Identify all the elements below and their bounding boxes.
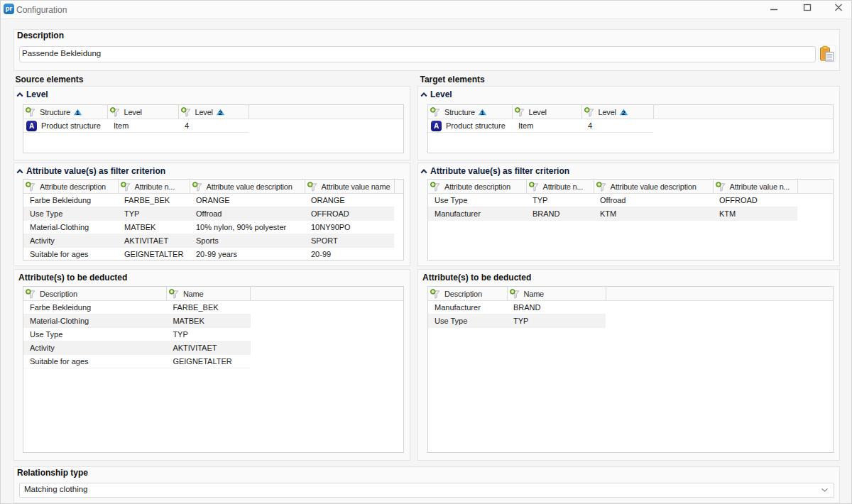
svg-text:2: 2 xyxy=(622,109,626,116)
svg-text:1: 1 xyxy=(481,109,485,116)
svg-text:2: 2 xyxy=(219,109,222,116)
svg-text:1: 1 xyxy=(76,109,80,116)
